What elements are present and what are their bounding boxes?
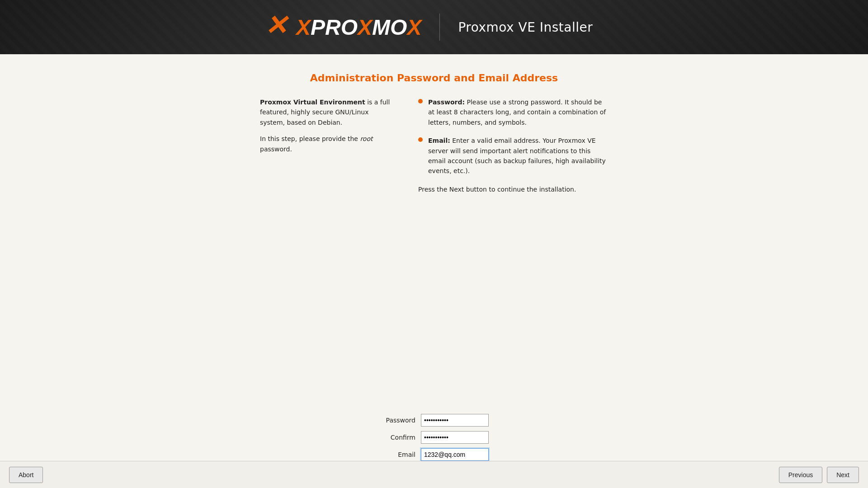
info-columns: Proxmox Virtual Environment is a full fe… [260, 97, 608, 194]
app-title: Proxmox VE Installer [458, 20, 593, 35]
bullet-password: Password: Please use a strong password. … [418, 97, 608, 127]
left-para2-italic: root [360, 135, 373, 142]
email-input[interactable] [421, 448, 489, 461]
left-para1: Proxmox Virtual Environment is a full fe… [260, 97, 391, 127]
password-input[interactable] [421, 414, 489, 427]
password-row: Password [379, 414, 489, 427]
password-label: Password: [428, 99, 465, 106]
email-desc: Enter a valid email address. Your Proxmo… [428, 137, 606, 174]
next-button[interactable]: Next [827, 467, 859, 483]
password-field-label: Password [379, 417, 415, 424]
form-section: Password Confirm Email [0, 414, 868, 461]
email-field-label: Email [379, 451, 415, 458]
left-para2-prefix: In this step, please provide the [260, 135, 360, 142]
right-column: Password: Please use a strong password. … [418, 97, 608, 194]
bullet-dot-1 [418, 99, 423, 103]
header-banner: ✕ X PRO X MO X Proxmox VE Installer [0, 0, 868, 54]
confirm-input[interactable] [421, 431, 489, 444]
bullet-email: Email: Enter a valid email address. Your… [418, 136, 608, 176]
email-label: Email: [428, 137, 450, 144]
bullet-text-password: Password: Please use a strong password. … [428, 97, 608, 127]
confirm-row: Confirm [379, 431, 489, 444]
nav-buttons: Previous Next [779, 467, 859, 483]
confirm-field-label: Confirm [379, 434, 415, 441]
left-para1-bold: Proxmox Virtual Environment [260, 99, 365, 106]
email-row: Email [379, 448, 489, 461]
left-column: Proxmox Virtual Environment is a full fe… [260, 97, 391, 194]
press-note: Press the Next button to continue the in… [418, 184, 608, 194]
main-content: Administration Password and Email Addres… [0, 54, 868, 461]
svg-text:✕: ✕ [264, 11, 289, 41]
header-divider [439, 14, 440, 41]
bullet-text-email: Email: Enter a valid email address. Your… [428, 136, 608, 176]
previous-button[interactable]: Previous [779, 467, 822, 483]
left-para2: In this step, please provide the root pa… [260, 134, 391, 154]
bottom-bar: Abort Previous Next [0, 461, 868, 488]
bullet-dot-2 [418, 137, 423, 142]
page-title: Administration Password and Email Addres… [260, 72, 608, 84]
proxmox-logo: ✕ X PRO X MO X [260, 11, 421, 43]
left-para2-suffix: password. [260, 145, 292, 153]
abort-button[interactable]: Abort [9, 467, 43, 483]
